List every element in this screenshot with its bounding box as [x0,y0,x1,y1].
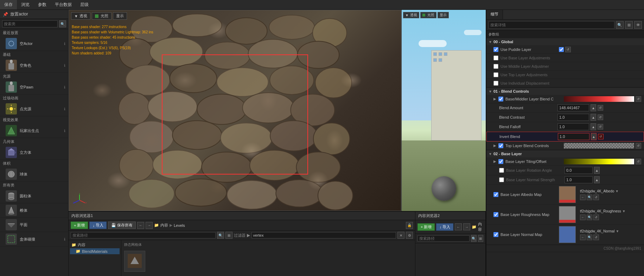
yellow-bar[interactable] [564,159,634,164]
category-basic[interactable]: 基础 [0,51,68,58]
blend-red-bar[interactable] [564,96,634,102]
base-middler-reset[interactable]: ↺ [636,96,641,102]
roughness-dropdown-arrow[interactable]: ▼ [622,209,626,213]
right-viewport[interactable]: ▼ 透视 光照 显示 [401,10,486,211]
top-layer-blend-checkbox[interactable] [498,143,503,148]
group-global-header[interactable]: ▼ 00 - Global [486,38,644,45]
group-blend-header[interactable]: ▼ 01 - Blend Controls [486,88,644,95]
roughness-tex-browse[interactable]: ↺ [593,215,599,220]
blend-contrast-spin[interactable]: ▲ [591,114,596,121]
cb1-back-btn[interactable]: ← [137,222,144,229]
cb2-grid-btn[interactable]: ⊞ [478,235,484,242]
normal-dropdown-arrow[interactable]: ▼ [616,229,619,233]
cb1-path-part1[interactable]: 内容 [160,223,168,228]
search-icon-button[interactable]: 🔍 [59,20,66,27]
actor-item-cone[interactable]: 椎体 [0,203,68,218]
actor-item-box-collision[interactable]: 盒体碰撞 ℹ [0,232,68,247]
cb1-search-btn[interactable]: 🔍 [217,232,224,239]
menu-item-platform[interactable]: 平台数据 [51,0,76,9]
actor-item-point-light[interactable]: 点光源 ℹ [0,102,68,116]
normal-tex-browse[interactable]: ↺ [593,235,599,240]
base-rotation-spin[interactable]: ▲ [594,167,600,174]
base-tiling-reset[interactable]: ↺ [636,159,641,164]
cb2-new-btn[interactable]: + 新增 [417,223,435,231]
base-normal-input[interactable] [565,176,593,183]
category-volume[interactable]: 体积 [0,160,68,167]
cb1-new-btn[interactable]: + 新增 [71,222,88,229]
cb2-search-input[interactable] [417,235,470,242]
cb1-import-btn[interactable]: ↓ 导入 [89,222,107,229]
actor-item-corner-char[interactable]: 空角色 ℹ [0,58,68,73]
rp-eye-icon-btn[interactable]: 👁 [634,21,642,29]
normal-tex-search[interactable]: 🔍 [587,235,592,240]
cb1-tree-content[interactable]: 📁 内容 [70,242,120,248]
base-rotation-checkbox[interactable] [499,168,504,173]
normal-tex-back[interactable]: ← [580,235,586,240]
cb1-save-btn[interactable]: 💾 保存所有 [108,222,136,229]
cb1-grid-item-1[interactable] [124,251,145,272]
group-base-header[interactable]: ▼ 02 - Base Layer [486,150,644,157]
cb1-filter-settings-btn[interactable]: ⚙ [406,232,413,239]
blend-contrast-reset[interactable]: ↺ [598,114,603,120]
cb1-grid-btn[interactable]: ⊞ [225,232,232,239]
use-puddle-layer-value-checkbox[interactable] [559,47,564,52]
rp-search-icon-btn[interactable]: 🔍 [616,21,624,29]
cb2-search-btn[interactable]: 🔍 [471,235,477,242]
menu-item-browse[interactable]: 浏览 [17,0,34,9]
category-geometry[interactable]: 几何体 [0,138,68,145]
show-btn[interactable]: 显示 [113,12,127,20]
menu-item-save[interactable]: 保存 [0,0,17,9]
cb1-clear-filter-btn[interactable]: ✕ [397,232,404,239]
albedo-map-checkbox[interactable] [493,192,498,197]
blend-contrast-input[interactable] [557,114,589,121]
menu-item-params[interactable]: 参数 [34,0,51,9]
blend-amount-reset[interactable]: ↺ [598,105,603,111]
main-viewport[interactable]: ▼ 透视 光照 显示 [69,10,401,211]
use-puddle-layer-reset[interactable]: ↺ [565,47,571,52]
roughness-tex-search[interactable]: 🔍 [587,215,592,220]
actor-item-cube[interactable]: 立方体 [0,145,68,160]
cb1-filter-input[interactable] [251,232,396,238]
blend-amount-spin-up[interactable]: ▲ [591,104,596,111]
cb2-forward-btn[interactable]: → [463,223,470,230]
base-middler-checkbox[interactable] [498,97,503,101]
menu-item-layers[interactable]: 层级 [76,0,93,9]
actor-item-plane[interactable]: 平面 [0,218,68,232]
albedo-dropdown-arrow[interactable]: ▼ [615,189,619,193]
albedo-tex-back[interactable]: ← [580,195,586,200]
use-middle-adj-checkbox[interactable] [493,64,498,69]
lighting-btn[interactable]: 光照 [92,12,111,20]
roughness-tex-back[interactable]: ← [580,215,586,220]
cb1-forward-btn[interactable]: → [146,222,153,229]
category-vfx[interactable]: 视觉效果 [0,116,68,124]
use-puddle-layer-checkbox[interactable] [493,47,498,52]
roughness-map-checkbox[interactable] [493,212,498,217]
roughness-thumbnail[interactable] [559,206,576,223]
cb1-tree-blend-materials[interactable]: 📁 BlendMaterials [70,248,120,254]
actor-item-sphere[interactable]: 球体 [0,167,68,182]
base-normal-checkbox[interactable] [499,177,504,182]
use-top-adj-checkbox[interactable] [493,72,498,77]
category-all[interactable]: 所有类 [0,182,68,189]
normal-thumbnail[interactable] [559,226,576,243]
cb2-path-content[interactable]: 内容 [478,222,483,232]
invert-blend-reset[interactable]: ↺ [598,134,604,139]
blend-amount-input[interactable] [557,104,589,111]
blend-falloff-spin[interactable]: ▲ [591,123,596,130]
cb2-back-btn[interactable]: ← [455,223,462,230]
checker-bar[interactable] [564,143,634,149]
base-tiling-checkbox[interactable] [498,159,503,164]
base-rotation-input[interactable] [565,167,593,174]
rp-perspective-btn[interactable]: ▼ 透视 [403,12,419,18]
search-input[interactable] [2,20,58,27]
albedo-tex-browse[interactable]: ↺ [593,195,599,200]
cb1-search-input[interactable] [71,232,216,238]
rp-show-btn[interactable]: 显示 [438,12,449,18]
category-light[interactable]: 光源 [0,73,68,80]
tab-details[interactable]: 细节 [486,10,503,19]
invert-blend-input[interactable] [558,133,589,140]
rp-grid-icon-btn[interactable]: ⊞ [625,21,633,29]
cb1-lock-btn[interactable]: 🔒 [406,222,413,229]
cb2-import-btn[interactable]: ↓ 导入 [436,223,453,231]
actor-item-pawn[interactable]: 空Pawn ℹ [0,80,68,94]
